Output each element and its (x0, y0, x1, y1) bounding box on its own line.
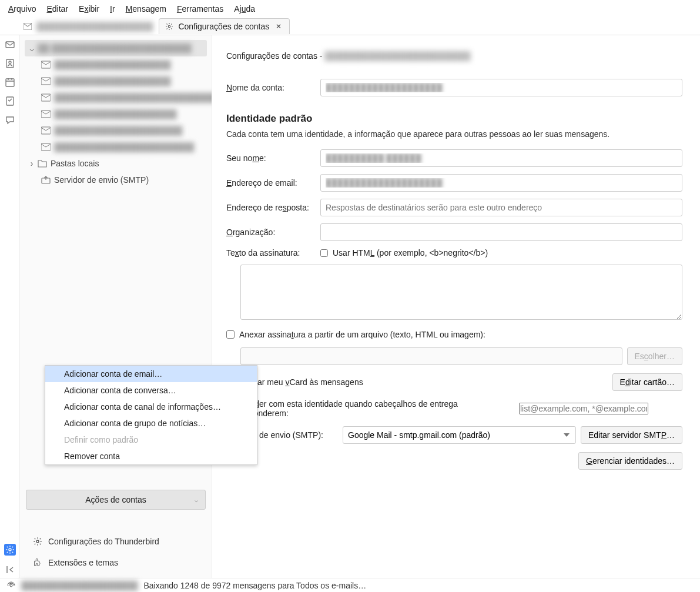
close-icon[interactable]: ✕ (274, 22, 283, 31)
org-input[interactable] (320, 223, 682, 241)
your-name-row: Seu nome: (226, 149, 682, 167)
settings-icon[interactable] (4, 544, 16, 556)
account-sub-row[interactable]: ████████████████████ (25, 56, 207, 73)
respond-identity-label: Responder com esta identidade quando cab… (226, 399, 514, 418)
svg-point-15 (36, 540, 39, 543)
email-row: Endereço de email: (226, 174, 682, 192)
page-title: Configurações de contas - ██████████████… (226, 47, 682, 62)
account-actions-menu: Adicionar conta de email… Adicionar cont… (45, 365, 257, 465)
chat-icon[interactable] (5, 115, 15, 125)
signature-label-row: Texto da assinatura: Usar HTML (por exem… (226, 248, 682, 257)
content-pane: Configurações de contas - ██████████████… (212, 35, 700, 578)
chevron-down-icon: ⌵ (195, 497, 198, 503)
svg-rect-2 (6, 42, 14, 48)
status-bar: ████████████████████ Baixando 1248 de 99… (0, 578, 700, 592)
account-name-input[interactable] (320, 79, 682, 96)
menu-arquivo[interactable]: Arquivo (4, 2, 41, 15)
smtp-row: Servidor de envio (SMTP): Google Mail - … (226, 426, 682, 444)
menu-ir[interactable]: Ir (105, 2, 120, 15)
calendar-icon[interactable] (5, 78, 15, 87)
tab-mail-account[interactable]: ████████████████████ (18, 19, 159, 34)
menu-add-feed-account[interactable]: Adicionar conta de canal de informações… (45, 399, 257, 415)
respond-identity-row: Responder com esta identidade quando cab… (226, 399, 682, 418)
mail-icon (41, 77, 51, 85)
menu-add-chat-account[interactable]: Adicionar conta de conversa… (45, 382, 257, 399)
menu-add-email-account[interactable]: Adicionar conta de email… (45, 366, 257, 382)
account-row[interactable]: ⌵ ██ ████████████████████████ (25, 40, 207, 56)
account-sub-row[interactable]: ████████████████████████ (25, 139, 207, 155)
account-sub-row[interactable]: █████████████████████████████ (25, 89, 207, 106)
menu-ajuda[interactable]: Ajuda (229, 2, 260, 15)
menu-add-news-account[interactable]: Adicionar conta de grupo de notícias… (45, 415, 257, 432)
email-input[interactable] (320, 174, 682, 192)
menu-editar[interactable]: Editar (42, 2, 73, 15)
thunderbird-settings-link[interactable]: Configurações do Thunderbird (26, 532, 206, 551)
signature-label: Texto da assinatura: (226, 248, 316, 257)
account-tree-pane: ⌵ ██ ████████████████████████ ██████████… (20, 35, 212, 578)
respond-identity-input[interactable] (519, 403, 648, 414)
gear-outline-icon (165, 22, 173, 31)
identity-description: Cada conta tem uma identidade, a informa… (226, 129, 682, 139)
extensions-link[interactable]: Extensões e temas (26, 553, 206, 572)
outbox-icon (41, 176, 51, 184)
sidebar-footer: Ações de contas ⌵ Configurações do Thund… (20, 484, 212, 578)
edit-smtp-button[interactable]: Editar servidor SMTP… (581, 426, 682, 444)
local-folders-row[interactable]: › Pastas locais (25, 155, 207, 172)
mail-icon (41, 143, 51, 151)
account-actions-button[interactable]: Ações de contas ⌵ (26, 490, 206, 510)
account-sub-row[interactable]: ██████████████████████ (25, 122, 207, 139)
extensions-label: Extensões e temas (48, 558, 118, 567)
folder-icon (38, 159, 47, 168)
thunderbird-settings-label: Configurações do Thunderbird (48, 537, 159, 546)
reply-input[interactable] (320, 199, 682, 216)
smtp-select[interactable]: Google Mail - smtp.gmail.com (padrão) (343, 426, 576, 444)
tab-mail-label: ████████████████████ (36, 22, 153, 31)
tab-account-settings[interactable]: Configurações de contas ✕ (159, 18, 290, 34)
account-sub-row[interactable]: ████████████████████ (25, 73, 207, 89)
reply-row: Endereço de resposta: (226, 199, 682, 216)
sig-file-checkbox[interactable] (226, 330, 235, 339)
sig-file-row: Anexar assinatura a partir de um arquivo… (226, 330, 682, 339)
tasks-icon[interactable] (5, 96, 15, 106)
use-html-label: Usar HTML (por exemplo, <b>negrito</b>) (333, 248, 488, 257)
mail-icon (41, 126, 51, 135)
menu-set-default: Definir como padrão (45, 432, 257, 448)
address-book-icon[interactable] (5, 59, 15, 68)
tab-strip: ████████████████████ Configurações de co… (0, 18, 700, 35)
account-name-label: Nome da conta: (226, 83, 316, 92)
main-area: ⌵ ██ ████████████████████████ ██████████… (0, 35, 700, 578)
your-name-input[interactable] (320, 149, 682, 167)
activity-icon (7, 581, 15, 590)
status-account: ████████████████████ (21, 581, 138, 590)
spaces-toolbar (0, 35, 20, 578)
svg-rect-5 (6, 79, 14, 86)
vcard-row: Anexar meu vCard às mensagens Editar car… (226, 373, 682, 391)
mail-icon (41, 93, 51, 102)
manage-identities-button[interactable]: Gerenciar identidades… (578, 452, 682, 470)
menu-exibir[interactable]: Exibir (74, 2, 104, 15)
chevron-down-icon[interactable]: ⌵ (29, 44, 34, 53)
account-actions-label: Ações de contas (85, 495, 146, 504)
vcard-label: Anexar meu vCard às mensagens (239, 377, 608, 387)
collapse-icon[interactable] (5, 565, 15, 574)
menu-ferramentas[interactable]: Ferramentas (172, 2, 228, 15)
account-sub-row[interactable]: █████████████████████ (25, 106, 207, 122)
manage-identities-row: Gerenciar identidades… (226, 452, 682, 470)
mail-icon (24, 23, 32, 30)
svg-point-7 (9, 548, 11, 551)
menu-remove-account[interactable]: Remover conta (45, 448, 257, 464)
sig-file-input-row: Escolher… (240, 347, 682, 365)
local-folders-label: Pastas locais (51, 159, 99, 168)
sig-file-path-input[interactable] (240, 347, 622, 365)
smtp-label: Servidor de envio (SMTP) (54, 175, 149, 185)
account-name-row: Nome da conta: (226, 79, 682, 96)
svg-point-16 (10, 584, 12, 587)
signature-textarea[interactable] (240, 265, 682, 320)
mail-icon (41, 110, 51, 118)
edit-card-button[interactable]: Editar cartão… (612, 373, 682, 391)
chevron-right-icon[interactable]: › (29, 159, 34, 168)
mail-icon[interactable] (5, 40, 15, 49)
smtp-row[interactable]: Servidor de envio (SMTP) (25, 172, 207, 188)
use-html-checkbox[interactable] (320, 249, 328, 257)
menu-mensagem[interactable]: Mensagem (121, 2, 171, 15)
